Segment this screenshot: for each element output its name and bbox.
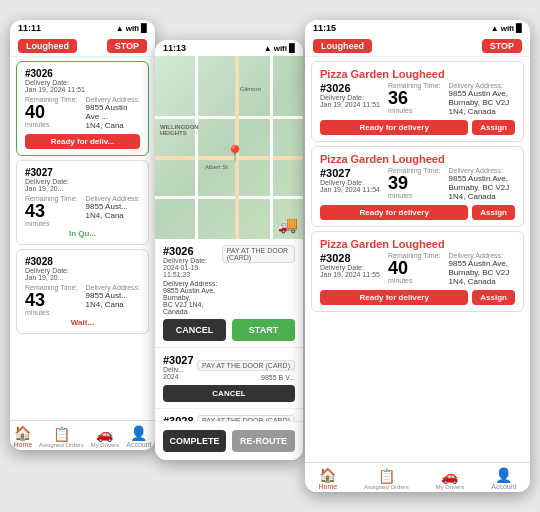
remaining-section: Remaining Time: 43 minutes [25,284,78,316]
card-date: Delivery Date:Jan 19, 20... [25,178,140,192]
ready-assign-row-3027: Ready for delivery Assign [320,205,515,220]
card-id: #3026 [25,68,140,79]
popup-header-3027: #3027 Deliv...2024 PAY AT THE DOOR (CARD… [163,354,295,381]
remaining-addr-section: Remaining Time: 36 minutes [388,82,441,116]
restaurant-name-3028: Pizza Garden Lougheed [320,238,515,250]
nav-assigned-left[interactable]: 📋 Assigned Orders [39,426,84,448]
map-pin: 📍 [225,144,245,163]
id-date-section-3028: #3028 Delivery Date:Jan 19, 2024 11:55 [320,252,380,286]
status-bar-right: 11:15 ▲ wifi ▉ [305,20,530,36]
pay-badge-3027: PAY AT THE DOOR (CARD) [197,360,295,371]
assign-button-3028[interactable]: Assign [472,290,515,305]
remaining-time-3028: 40 [388,259,441,277]
card-3027-right: Pizza Garden Lougheed #3027 Delivery Dat… [311,146,524,227]
bottom-nav-right: 🏠 Home 📋 Assigned Orders 🚗 My Drivers 👤 … [305,462,530,492]
addr-section-3026: Delivery Address: 9855 Austin Ave, Burna… [449,82,515,116]
nav-drivers-left[interactable]: 🚗 My Drivers [91,426,120,448]
card-id: #3027 [25,167,140,178]
ready-button-3026-right[interactable]: Ready for delivery [320,120,468,135]
card-id: #3028 [25,256,140,267]
right-phone: 11:15 ▲ wifi ▉ Lougheed STOP Pizza Garde… [305,20,530,492]
card-date-3027: Delivery Date:Jan 19, 2024 11:54 [320,179,380,193]
signal-icon: ▲ [116,24,124,33]
start-button-3026[interactable]: START [232,319,295,341]
id-date-section: #3026 Delivery Date:Jan 19, 2024 11:51 [320,82,380,116]
status-icons-right: ▲ wifi ▉ [491,24,522,33]
nav-home-right[interactable]: 🏠 Home [318,467,337,490]
location-badge-left[interactable]: Lougheed [18,39,77,53]
nav-account-right[interactable]: 👤 Account [491,467,516,490]
assign-button-3026[interactable]: Assign [472,120,515,135]
popup-actions: CANCEL START [163,319,295,341]
status-icons-left: ▲ wifi ▉ [116,24,147,33]
ready-button-3028-right[interactable]: Ready for delivery [320,290,468,305]
popup-3027: #3027 Deliv...2024 PAY AT THE DOOR (CARD… [155,348,303,409]
ready-button-3026-left[interactable]: Ready for deliv... [25,134,140,149]
status-bar-left: 11:11 ▲ wifi ▉ [10,20,155,36]
remaining-time: 36 [388,89,441,107]
card-date: Delivery Date:Jan 19, 20... [25,267,140,281]
address-section: Delivery Address: 9855 Austin Ave ...1N4… [86,96,140,130]
nav-drivers-right[interactable]: 🚗 My Drivers [436,468,465,490]
signal-icon: ▲ [491,24,499,33]
drivers-icon: 🚗 [96,426,113,442]
ready-assign-row-3028: Ready for delivery Assign [320,290,515,305]
map-label-3: Gilmore [240,86,261,92]
nav-drivers-label-right: My Drivers [436,484,465,490]
assign-button-3027[interactable]: Assign [472,205,515,220]
popup-addr-3027: 9855 B V... [197,374,295,381]
stop-button-left[interactable]: STOP [107,39,147,53]
status-bar-middle: 11:13 ▲ wifi ▉ [155,40,303,56]
stop-button-right[interactable]: STOP [482,39,522,53]
battery-icon: ▉ [289,44,295,53]
card-content: #3026 Delivery Date:Jan 19, 2024 11:51 R… [320,82,515,116]
nav-assigned-right[interactable]: 📋 Assigned Orders [364,468,409,490]
map-area: WILLINGDONHEIGHTS Albert St Gilmore 📍 🚚 [155,56,303,239]
action-bar-middle: COMPLETE RE-ROUTE [155,421,303,460]
nav-account-left[interactable]: 👤 Account [126,425,151,448]
nav-assigned-label-right: Assigned Orders [364,484,409,490]
remaining-section: Remaining Time: 40 minutes [25,96,78,130]
inqueue-label-left: In Qu... [25,229,140,238]
card-3027-left: #3027 Delivery Date:Jan 19, 20... Remain… [16,160,149,245]
restaurant-name-3026: Pizza Garden Lougheed [320,68,515,80]
map-label-1: WILLINGDONHEIGHTS [160,124,199,136]
cancel-button-3027[interactable]: CANCEL [163,385,295,402]
map-placeholder: WILLINGDONHEIGHTS Albert St Gilmore 📍 🚚 [155,56,303,239]
address-section: Delivery Address: 9855 Aust...1N4, Cana [86,195,140,227]
cancel-button-3026[interactable]: CANCEL [163,319,226,341]
location-badge-right[interactable]: Lougheed [313,39,372,53]
wifi-icon: wifi [126,24,139,33]
cards-scroll-right: Pizza Garden Lougheed #3026 Delivery Dat… [305,57,530,492]
remaining-section-3027: Remaining Time: 39 minutes [388,167,441,201]
nav-account-label-right: Account [491,483,516,490]
reroute-button[interactable]: RE-ROUTE [232,430,295,452]
complete-button[interactable]: COMPLETE [163,430,226,452]
card-id-3027: #3027 [320,167,380,179]
nav-home-left[interactable]: 🏠 Home [13,425,32,448]
time-left: 11:11 [18,23,41,33]
card-3026-left: #3026 Delivery Date:Jan 19, 2024 11:51 R… [16,61,149,156]
cards-scroll-left: #3026 Delivery Date:Jan 19, 2024 11:51 R… [10,57,155,450]
app-header-right: Lougheed STOP [305,36,530,57]
card-3026-right: Pizza Garden Lougheed #3026 Delivery Dat… [311,61,524,142]
remaining-section-3028: Remaining Time: 40 minutes [388,252,441,286]
nav-home-label-right: Home [318,483,337,490]
restaurant-name-3027: Pizza Garden Lougheed [320,153,515,165]
remaining-time-3027: 39 [388,174,441,192]
middle-cards: #3026 Delivery Date:2024 01-19 11:51:23 … [155,239,303,422]
card-3028-right: Pizza Garden Lougheed #3028 Delivery Dat… [311,231,524,312]
card-content-3028: #3028 Delivery Date:Jan 19, 2024 11:55 R… [320,252,515,286]
address-section: Delivery Address: 9855 Aust...1N4, Cana [86,284,140,316]
assigned-icon: 📋 [53,426,70,442]
nav-drivers-label: My Drivers [91,442,120,448]
status-icons-middle: ▲ wifi ▉ [264,44,295,53]
ready-button-3027-right[interactable]: Ready for delivery [320,205,468,220]
popup-3028: #3028 Deliv...2024 PAY AT THE DOOR (CARD… [155,409,303,422]
assigned-icon-right: 📋 [378,468,395,484]
card-date: Delivery Date:Jan 19, 2024 11:51 [320,94,380,108]
left-phone: 11:11 ▲ wifi ▉ Lougheed STOP #3026 Deliv… [10,20,155,450]
popup-date-3027: Deliv...2024 [163,366,194,380]
card-id-3028: #3028 [320,252,380,264]
card-body: Remaining Time: 43 minutes Delivery Addr… [25,284,140,316]
